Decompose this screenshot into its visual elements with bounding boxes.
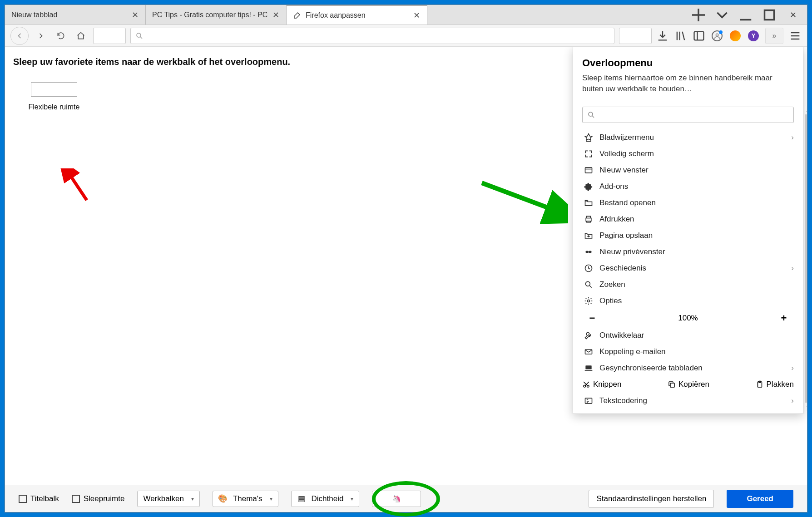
svg-rect-15	[585, 365, 591, 369]
panel-item-puzzle[interactable]: Add-ons	[582, 178, 794, 195]
panel-item-clock[interactable]: Geschiedenis›	[582, 260, 794, 276]
panel-item-save[interactable]: Pagina opslaan	[582, 227, 794, 244]
copy-button[interactable]: Kopiëren	[668, 380, 709, 389]
dragspace-checkbox[interactable]: Sleepruimte	[72, 494, 125, 503]
tab-title: Nieuw tabblad	[11, 11, 127, 19]
svg-point-10	[589, 251, 592, 253]
close-icon[interactable]: ✕	[131, 11, 139, 19]
done-button[interactable]: Gereed	[727, 490, 793, 508]
chevron-right-icon: ›	[791, 133, 794, 142]
fullscreen-icon	[582, 149, 595, 158]
tab-pctips[interactable]: PC Tips - Gratis computer tips! - PC ✕	[146, 5, 287, 25]
flex-space-icon	[31, 82, 77, 97]
panel-item-search[interactable]: Zoeken	[582, 276, 794, 293]
chevron-right-icon: ›	[791, 264, 794, 273]
gear-icon	[582, 296, 595, 305]
url-bar[interactable]	[130, 28, 614, 44]
laptop-icon	[582, 364, 595, 373]
tab-customize[interactable]: Firefox aanpassen ✕	[287, 5, 427, 25]
bottom-bar: Titelbalk Sleepruimte Werkbalken▾ 🎨Thema…	[5, 485, 807, 512]
open-icon	[582, 198, 595, 207]
unicorn-button[interactable]: 🦄	[372, 491, 421, 507]
library-icon[interactable]	[674, 30, 687, 42]
sidebar-icon[interactable]	[693, 30, 705, 42]
menu-icon[interactable]	[789, 30, 802, 42]
chevron-right-icon: ›	[791, 396, 794, 405]
close-icon[interactable]: ✕	[412, 11, 421, 20]
customize-area: Sleep uw favoriete items naar de werkbal…	[5, 47, 807, 485]
tab-title: PC Tips - Gratis computer tips! - PC	[152, 11, 268, 19]
paste-button[interactable]: Plakken	[756, 380, 794, 389]
tab-bar: Nieuw tabblad ✕ PC Tips - Gratis compute…	[5, 5, 807, 25]
tabs-dropdown-icon[interactable]	[713, 6, 732, 24]
panel-scrollbar[interactable]: ▲▼	[805, 106, 807, 411]
palette-item-flexspace[interactable]: Flexibele ruimte	[22, 82, 86, 111]
save-icon	[582, 231, 595, 240]
mail-icon	[582, 347, 595, 356]
back-button[interactable]	[10, 27, 29, 45]
tab-new[interactable]: Nieuw tabblad ✕	[5, 5, 146, 25]
svg-rect-7	[585, 167, 592, 173]
minimize-icon[interactable]	[736, 6, 755, 24]
window-close-icon[interactable]: ✕	[783, 6, 802, 24]
window-icon	[582, 166, 595, 175]
maximize-icon[interactable]	[760, 6, 779, 24]
svg-line-5	[482, 183, 555, 210]
svg-rect-0	[765, 10, 774, 20]
clock-icon	[582, 264, 595, 273]
panel-item-print[interactable]: Afdrukken	[582, 211, 794, 227]
flex-space-before[interactable]	[93, 28, 126, 44]
print-icon	[582, 215, 595, 224]
close-icon[interactable]: ✕	[272, 11, 280, 19]
panel-item-bookmark[interactable]: Bladwijzermenu›	[582, 129, 794, 146]
brush-icon	[293, 11, 301, 20]
palette-label: Flexibele ruimte	[22, 103, 86, 111]
panel-item-open[interactable]: Bestand openen	[582, 195, 794, 211]
density-icon: ▤	[297, 494, 306, 503]
forward-button[interactable]	[33, 28, 49, 44]
tab-title: Firefox aanpassen	[306, 11, 409, 20]
panel-item-laptop[interactable]: Gesynchroniseerde tabbladen›	[582, 360, 794, 376]
new-tab-icon[interactable]	[689, 6, 708, 24]
tab-actions: ✕	[689, 5, 807, 25]
search-icon	[582, 280, 595, 289]
encoding-icon	[582, 396, 595, 405]
panel-item-wrench[interactable]: Ontwikkelaar	[582, 327, 794, 344]
panel-search-input[interactable]	[582, 107, 794, 123]
toolbars-dropdown[interactable]: Werkbalken▾	[137, 491, 199, 507]
panel-item-fullscreen[interactable]: Volledig scherm	[582, 146, 794, 162]
account-icon[interactable]	[711, 30, 723, 42]
panel-item-gear[interactable]: Opties	[582, 293, 794, 309]
density-dropdown[interactable]: ▤Dichtheid▾	[291, 491, 360, 507]
overflow-panel: Overloopmenu Sleep items hiernaartoe om …	[573, 47, 803, 414]
theme-icon: 🎨	[218, 494, 228, 503]
svg-point-1	[137, 33, 141, 37]
reload-button[interactable]	[53, 28, 69, 44]
themes-dropdown[interactable]: 🎨Thema's▾	[213, 491, 278, 507]
downloads-icon[interactable]	[656, 30, 669, 42]
svg-point-3	[716, 34, 718, 36]
extension-icon-2[interactable]: Y	[747, 30, 760, 42]
overflow-button[interactable]: »	[765, 28, 783, 44]
extension-icon-1[interactable]	[729, 30, 742, 42]
panel-item-encoding[interactable]: Tekstcodering›	[582, 393, 794, 409]
zoom-in-button[interactable]: +	[778, 313, 789, 324]
instructions-text: Sleep uw favoriete items naar de werkbal…	[13, 57, 290, 67]
main-toolbar: Y »	[5, 25, 807, 47]
panel-item-mail[interactable]: Koppeling e-mailen	[582, 344, 794, 360]
zoom-out-button[interactable]: −	[587, 313, 598, 324]
panel-description: Sleep items hiernaartoe om ze binnen han…	[582, 73, 794, 94]
search-icon	[587, 111, 595, 119]
flex-space-after[interactable]	[619, 28, 652, 44]
cut-button[interactable]: Knippen	[582, 380, 621, 389]
titlebar-checkbox[interactable]: Titelbalk	[19, 494, 59, 503]
restore-defaults-button[interactable]: Standaardinstellingen herstellen	[589, 490, 714, 508]
svg-rect-8	[586, 218, 591, 221]
svg-rect-2	[694, 31, 704, 40]
chevron-right-icon: ›	[791, 364, 794, 373]
mask-icon	[582, 247, 595, 256]
home-button[interactable]	[73, 28, 89, 44]
panel-item-mask[interactable]: Nieuw privévenster	[582, 244, 794, 260]
panel-item-window[interactable]: Nieuw venster	[582, 162, 794, 178]
wrench-icon	[582, 331, 595, 340]
